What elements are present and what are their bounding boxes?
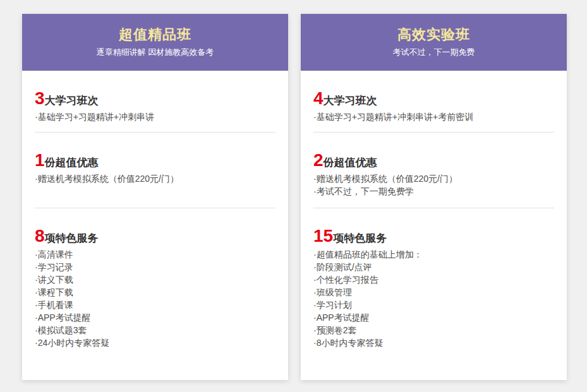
feature-item: ·讲义下载 bbox=[35, 273, 275, 286]
feature-item: ·班级管理 bbox=[313, 286, 554, 299]
feature-item: ·课程下载 bbox=[35, 286, 275, 299]
feature-item: ·基础学习+习题精讲+冲刺串讲+考前密训 bbox=[313, 110, 554, 123]
course-card-experimental: 高效实验班 考试不过，下一期免费 4大学习班次 ·基础学习+习题精讲+冲刺串讲+… bbox=[301, 14, 567, 380]
section-title: 项特色服务 bbox=[45, 232, 99, 244]
section-services: 8项特色服务 ·高清课件 ·学习记录 ·讲义下载 ·课程下载 ·手机看课 ·AP… bbox=[35, 208, 275, 380]
section-title: 项特色服务 bbox=[333, 232, 387, 244]
feature-item: ·模拟试题3套 bbox=[35, 324, 275, 336]
section-title: 大学习班次 bbox=[45, 95, 99, 107]
section-heading: 8项特色服务 bbox=[35, 227, 275, 248]
section-title: 份超值优惠 bbox=[324, 157, 377, 169]
course-card-premium: 超值精品班 逐章精细讲解 因材施教高效备考 3大学习班次 ·基础学习+习题精讲+… bbox=[22, 14, 288, 380]
feature-item: ·APP考试提醒 bbox=[35, 311, 275, 324]
card-title: 高效实验班 bbox=[301, 27, 567, 42]
section-discounts: 1份超值优惠 ·赠送机考模拟系统（价值220元/门） bbox=[35, 133, 275, 208]
feature-item: ·8小时内专家答疑 bbox=[313, 336, 554, 349]
section-count: 8 bbox=[35, 226, 45, 246]
feature-item: ·24小时内专家答疑 bbox=[35, 336, 275, 349]
section-title: 份超值优惠 bbox=[45, 157, 99, 169]
feature-item: ·学习记录 bbox=[35, 261, 275, 273]
section-heading: 1份超值优惠 bbox=[35, 151, 275, 172]
feature-item: ·预测卷2套 bbox=[313, 324, 554, 336]
feature-item: ·个性化学习报告 bbox=[313, 273, 554, 286]
section-heading: 2份超值优惠 bbox=[313, 151, 554, 172]
section-heading: 15项特色服务 bbox=[313, 227, 554, 248]
section-discounts: 2份超值优惠 ·赠送机考模拟系统（价值220元/门） ·考试不过，下一期免费学 bbox=[313, 133, 554, 208]
feature-item: ·基础学习+习题精讲+冲刺串讲 bbox=[35, 110, 275, 123]
section-count: 2 bbox=[313, 150, 324, 170]
card-header: 高效实验班 考试不过，下一期免费 bbox=[301, 14, 567, 71]
card-body: 3大学习班次 ·基础学习+习题精讲+冲刺串讲 1份超值优惠 ·赠送机考模拟系统（… bbox=[22, 71, 288, 380]
section-heading: 4大学习班次 bbox=[313, 89, 554, 110]
page: 超值精品班 逐章精细讲解 因材施教高效备考 3大学习班次 ·基础学习+习题精讲+… bbox=[0, 0, 587, 392]
feature-item: ·手机看课 bbox=[35, 299, 275, 311]
feature-item: ·赠送机考模拟系统（价值220元/门） bbox=[35, 172, 275, 185]
section-title: 大学习班次 bbox=[324, 95, 377, 107]
card-subtitle: 逐章精细讲解 因材施教高效备考 bbox=[22, 47, 288, 57]
feature-item: ·阶段测试/点评 bbox=[313, 261, 554, 273]
card-title: 超值精品班 bbox=[22, 27, 288, 42]
feature-item: ·赠送机考模拟系统（价值220元/门） bbox=[313, 172, 554, 185]
card-subtitle: 考试不过，下一期免费 bbox=[301, 47, 567, 57]
section-heading: 3大学习班次 bbox=[35, 89, 275, 110]
feature-item: ·超值精品班的基础上增加： bbox=[313, 248, 554, 261]
card-body: 4大学习班次 ·基础学习+习题精讲+冲刺串讲+考前密训 2份超值优惠 ·赠送机考… bbox=[301, 71, 567, 380]
section-classes: 3大学习班次 ·基础学习+习题精讲+冲刺串讲 bbox=[35, 71, 275, 133]
section-classes: 4大学习班次 ·基础学习+习题精讲+冲刺串讲+考前密训 bbox=[313, 71, 554, 133]
card-header: 超值精品班 逐章精细讲解 因材施教高效备考 bbox=[22, 14, 288, 71]
section-count: 1 bbox=[35, 150, 45, 170]
section-count: 3 bbox=[35, 88, 45, 108]
section-count: 15 bbox=[313, 226, 333, 246]
section-services: 15项特色服务 ·超值精品班的基础上增加： ·阶段测试/点评 ·个性化学习报告 … bbox=[313, 208, 554, 380]
feature-item: ·APP考试提醒 bbox=[313, 311, 554, 324]
feature-item: ·高清课件 bbox=[35, 248, 275, 261]
feature-item: ·学习计划 bbox=[313, 299, 554, 311]
pricing-cards: 超值精品班 逐章精细讲解 因材施教高效备考 3大学习班次 ·基础学习+习题精讲+… bbox=[22, 14, 567, 380]
section-count: 4 bbox=[313, 88, 324, 108]
feature-item: ·考试不过，下一期免费学 bbox=[313, 185, 554, 198]
